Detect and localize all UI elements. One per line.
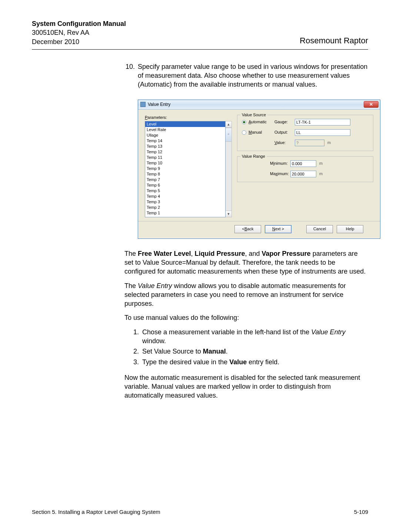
minimum-input[interactable]: [290, 160, 316, 167]
doc-title: System Configuration Manual: [32, 19, 126, 28]
parameter-item[interactable]: Temp 10: [145, 160, 225, 166]
scroll-up-button[interactable]: ▲: [226, 121, 231, 128]
value-range-group: Value Range Minimum: m Maximum: m: [237, 156, 373, 182]
list-number: 2.: [133, 347, 142, 356]
step-10: 10. Specify parameter value range to be …: [124, 62, 368, 89]
list-number: 3.: [133, 358, 142, 367]
text-bold: Manual: [203, 348, 226, 355]
footer-page: 5-109: [354, 509, 368, 515]
parameters-listbox[interactable]: LevelLevel RateUllageTemp 14Temp 13Temp …: [145, 121, 226, 217]
parameter-item[interactable]: Temp 7: [145, 177, 225, 183]
footer-gap: [295, 225, 303, 233]
parameters-listbox-wrap: LevelLevel RateUllageTemp 14Temp 13Temp …: [145, 121, 232, 217]
ordered-list: 1.Chose a measurement variable in the le…: [133, 328, 368, 367]
gauge-input[interactable]: [295, 119, 350, 126]
parameter-item[interactable]: Ullage: [145, 133, 225, 138]
doc-date: December 2010: [32, 37, 126, 46]
app-icon: [140, 102, 146, 107]
value-source-title: Value Source: [240, 112, 267, 118]
scroll-down-button[interactable]: ▼: [226, 211, 231, 217]
cancel-button[interactable]: Cancel: [306, 225, 333, 233]
text: .: [226, 348, 228, 355]
list-text: Type the desired value in the Value entr…: [142, 358, 279, 367]
parameter-item[interactable]: Temp 5: [145, 188, 225, 194]
value-unit: m: [327, 140, 331, 145]
list-text: Chose a measurement variable in the left…: [142, 328, 368, 346]
close-button[interactable]: ✕: [364, 101, 379, 108]
parameter-item[interactable]: Temp 3: [145, 199, 225, 205]
value-entry-dialog: Value Entry ✕ Parameters: LevelLevel Rat…: [138, 100, 380, 239]
step-number: 10.: [124, 62, 138, 89]
output-input[interactable]: [295, 129, 350, 136]
parameter-item[interactable]: Temp 8: [145, 171, 225, 177]
page: System Configuration Manual 300510EN, Re…: [0, 0, 400, 532]
paragraph-1: The Free Water Level, Liquid Pressure, a…: [124, 249, 368, 276]
text: window.: [142, 337, 166, 345]
next-button[interactable]: Next >: [265, 225, 291, 233]
back-button[interactable]: < Back: [234, 225, 261, 233]
step-text: Specify parameter value range to be used…: [138, 62, 368, 89]
list-number: 1.: [133, 328, 142, 346]
text-bold: Value: [229, 358, 247, 366]
manual-label[interactable]: Manual: [249, 130, 274, 135]
text-italic: Value Entry: [138, 282, 172, 290]
parameter-item[interactable]: Temp 12: [145, 149, 225, 155]
list-item: 1.Chose a measurement variable in the le…: [133, 328, 368, 346]
footer-section: Section 5. Installing a Raptor Level Gau…: [32, 509, 160, 515]
dialog-title: Value Entry: [148, 101, 170, 107]
value-input[interactable]: [295, 140, 324, 146]
dialog-titlebar[interactable]: Value Entry ✕: [138, 100, 380, 110]
header-rule: [32, 49, 368, 50]
list-item: 2.Set Value Source to Manual.: [133, 347, 368, 356]
parameter-item[interactable]: Temp 2: [145, 205, 225, 210]
text: ,: [191, 250, 194, 257]
scroll-thumb[interactable]: ≡: [226, 128, 231, 142]
paragraph-2: The Value Entry window allows you to dis…: [124, 281, 368, 308]
parameters-label: Parameters:: [145, 115, 232, 120]
scroll-track[interactable]: [226, 142, 231, 211]
parameter-item[interactable]: Temp 11: [145, 155, 225, 160]
automatic-radio[interactable]: [242, 120, 246, 124]
minimum-label: Minimum:: [270, 161, 290, 166]
parameter-item[interactable]: Temp 1: [145, 210, 225, 216]
minimum-row: Minimum: m: [242, 160, 369, 167]
help-button[interactable]: Help: [337, 225, 363, 233]
footer-spacer: [145, 225, 231, 233]
parameter-item[interactable]: Temp 9: [145, 166, 225, 171]
doc-ref: 300510EN, Rev AA: [32, 28, 126, 37]
dialog-footer: < Back Next > Cancel Help: [138, 221, 380, 238]
gauge-label: Gauge:: [274, 119, 295, 125]
product-name: Rosemount Raptor: [300, 36, 368, 46]
parameter-item[interactable]: Level: [145, 121, 225, 127]
parameter-item[interactable]: Temp 6: [145, 183, 225, 188]
paragraph-4: Now the automatic measurement is disable…: [124, 373, 368, 400]
list-text: Set Value Source to Manual.: [142, 347, 228, 356]
parameter-item[interactable]: Level Rate: [145, 127, 225, 133]
text-bold: Vapor Pressure: [262, 250, 311, 257]
scrollbar[interactable]: ▲ ≡ ▼: [226, 121, 232, 217]
manual-radio[interactable]: [242, 130, 246, 135]
parameter-item[interactable]: Avg Temp: [145, 216, 225, 217]
manual-row: Manual Output:: [242, 129, 369, 136]
text-bold: Liquid Pressure: [194, 250, 245, 257]
dialog-body: Parameters: LevelLevel RateUllageTemp 14…: [138, 110, 380, 221]
maximum-row: Maximum: m: [242, 171, 369, 177]
text: , and: [245, 250, 262, 257]
maximum-input[interactable]: [290, 171, 316, 177]
text-italic: Value Entry: [311, 328, 345, 336]
text: Set Value Source to: [142, 348, 203, 355]
text-bold: Free Water Level: [138, 250, 191, 257]
parameter-item[interactable]: Temp 14: [145, 138, 225, 144]
minimum-unit: m: [319, 161, 323, 166]
value-row: Value: m: [246, 140, 369, 146]
automatic-label[interactable]: Automatic: [249, 119, 274, 125]
value-source-group: Value Source Automatic Gauge: Manual O: [237, 115, 373, 151]
parameter-item[interactable]: Temp 13: [145, 144, 225, 149]
parameter-item[interactable]: Temp 4: [145, 194, 225, 199]
output-label: Output:: [274, 130, 295, 135]
value-range-title: Value Range: [240, 154, 267, 159]
value-label: Value:: [274, 140, 295, 145]
header-left: System Configuration Manual 300510EN, Re…: [32, 19, 126, 46]
text: The: [124, 282, 138, 290]
maximum-label: Maximum:: [270, 171, 290, 177]
